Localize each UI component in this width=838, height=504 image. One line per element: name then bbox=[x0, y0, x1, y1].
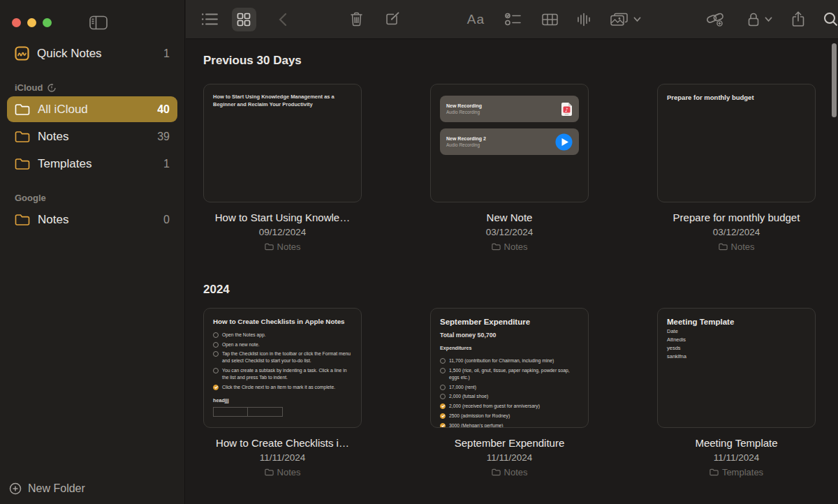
note-preview[interactable]: How to Create Checklists in Apple Notes … bbox=[203, 308, 362, 428]
note-folder: Notes bbox=[657, 242, 816, 252]
quick-notes-icon bbox=[15, 46, 29, 61]
audio-attachment[interactable]: New Recording Audio Recording ♪ bbox=[440, 96, 579, 122]
checkbox-circle-icon[interactable] bbox=[440, 385, 446, 390]
table-button[interactable] bbox=[542, 8, 558, 31]
new-folder-label: New Folder bbox=[28, 482, 85, 495]
scrollbar-thumb[interactable] bbox=[832, 43, 837, 117]
checklist-item-text: Tap the Checklist icon in the toolbar or… bbox=[222, 350, 352, 364]
checklist-item-text: 1,500 (rice, oil, gnut, tissue, paper na… bbox=[449, 367, 579, 381]
back-button[interactable] bbox=[279, 8, 287, 31]
checklist-item[interactable]: 1,500 (rice, oil, gnut, tissue, paper na… bbox=[440, 367, 579, 381]
note-folder-label: Templates bbox=[722, 467, 763, 477]
checklist-item-text: Open a new note. bbox=[222, 341, 260, 348]
sync-status-icon bbox=[47, 83, 57, 93]
checkbox-circle-icon[interactable] bbox=[440, 394, 446, 399]
note-title: September Expenditure bbox=[430, 437, 589, 449]
close-window-button[interactable] bbox=[12, 18, 21, 27]
sidebar-item-label: Notes bbox=[38, 130, 68, 144]
zoom-window-button[interactable] bbox=[43, 18, 52, 27]
preview-list-label: Expenditures bbox=[440, 345, 579, 351]
note-preview[interactable]: How to Start Using Knowledge Management … bbox=[203, 84, 362, 202]
checklist-item-checked[interactable]: 2500 (admission for Rodney) bbox=[440, 413, 579, 420]
note-preview[interactable]: Meeting Template Date Attnedis yesds san… bbox=[657, 308, 816, 428]
minimize-window-button[interactable] bbox=[27, 18, 36, 27]
note-caption: September Expenditure 11/11/2024 Notes bbox=[430, 437, 589, 477]
note-card-knowledge: How to Start Using Knowledge Management … bbox=[203, 84, 362, 252]
audio-transcription-icon[interactable] bbox=[577, 8, 591, 31]
checkbox-circle-icon[interactable] bbox=[440, 368, 446, 373]
note-card-new-note: New Recording Audio Recording ♪ bbox=[430, 84, 589, 252]
gallery-view-button[interactable] bbox=[232, 8, 256, 31]
note-preview[interactable]: September Expenditure Total money 50,700… bbox=[430, 308, 589, 428]
checklist-item[interactable]: You can create a subtask by indenting a … bbox=[213, 367, 352, 381]
add-link-button[interactable] bbox=[707, 8, 724, 31]
sidebar-item-label: All iCloud bbox=[38, 103, 88, 117]
checklist-item-text: 11,700 (contribution for Chairman, inclu… bbox=[449, 357, 554, 364]
checklist-item[interactable]: 2,000 (futsal shoe) bbox=[440, 393, 579, 400]
note-date: 03/12/2024 bbox=[430, 227, 589, 237]
checklist-button[interactable] bbox=[505, 8, 522, 31]
lock-note-button[interactable] bbox=[747, 8, 760, 31]
format-button[interactable]: Aa bbox=[467, 8, 485, 31]
sidebar-item-notes[interactable]: Notes 39 bbox=[7, 124, 177, 149]
preview-title: How to Create Checklists in Apple Notes bbox=[213, 318, 352, 327]
play-button-icon[interactable] bbox=[555, 133, 573, 151]
checklist: 11,700 (contribution for Chairman, inclu… bbox=[440, 357, 579, 428]
checkbox-checked-icon[interactable] bbox=[440, 413, 446, 419]
checklist-item-checked[interactable]: Click the Circle next to an item to mark… bbox=[213, 384, 352, 391]
preview-title: September Expenditure bbox=[440, 318, 579, 326]
note-caption: How to Start Using Knowle… 09/12/2024 No… bbox=[203, 212, 362, 252]
sidebar-item-all-icloud[interactable]: All iCloud 40 bbox=[7, 96, 177, 122]
folder-icon bbox=[15, 103, 30, 116]
checklist: Open the Notes app. Open a new note. Tap… bbox=[213, 332, 352, 391]
note-count: 39 bbox=[157, 131, 170, 143]
checklist-item-checked[interactable]: 2,000 (received from guest for anniversa… bbox=[440, 403, 579, 410]
checkbox-circle-icon[interactable] bbox=[440, 358, 446, 364]
lock-menu-chevron-icon[interactable] bbox=[765, 8, 772, 31]
delete-note-button[interactable] bbox=[350, 8, 363, 31]
media-menu-chevron-icon[interactable] bbox=[633, 8, 641, 31]
note-folder-label: Notes bbox=[277, 467, 301, 477]
checkbox-circle-icon[interactable] bbox=[213, 332, 219, 338]
checkbox-circle-icon[interactable] bbox=[213, 368, 219, 373]
notes-gallery: Previous 30 Days How to Start Using Know… bbox=[186, 39, 838, 504]
checkbox-checked-icon[interactable] bbox=[213, 385, 219, 390]
note-preview[interactable]: New Recording Audio Recording ♪ bbox=[430, 84, 589, 202]
checkbox-circle-icon[interactable] bbox=[213, 351, 219, 357]
note-title: Prepare for monthly budget bbox=[657, 212, 816, 223]
checkbox-checked-icon[interactable] bbox=[440, 423, 446, 428]
toggle-sidebar-icon[interactable] bbox=[89, 15, 108, 30]
insert-media-button[interactable] bbox=[610, 8, 628, 31]
checklist-item-checked[interactable]: 3000 (Mehgan's perfume) bbox=[440, 422, 579, 428]
note-count: 1 bbox=[163, 158, 170, 170]
checklist-item[interactable]: Open a new note. bbox=[213, 341, 352, 348]
section-header-label: Google bbox=[15, 193, 46, 203]
checklist-item-text: Open the Notes app. bbox=[222, 332, 266, 339]
checkbox-checked-icon[interactable] bbox=[440, 403, 446, 409]
checklist-item[interactable]: 11,700 (contribution for Chairman, inclu… bbox=[440, 357, 579, 364]
sidebar-item-templates[interactable]: Templates 1 bbox=[7, 151, 177, 177]
checklist-item[interactable]: Open the Notes app. bbox=[213, 332, 352, 339]
checklist-item-text: 3000 (Mehgan's perfume) bbox=[449, 422, 503, 428]
folder-icon bbox=[15, 214, 30, 226]
new-folder-button[interactable]: New Folder bbox=[0, 482, 184, 504]
checklist-item[interactable]: Tap the Checklist icon in the toolbar or… bbox=[213, 350, 352, 364]
checkbox-circle-icon[interactable] bbox=[213, 342, 219, 348]
list-view-button[interactable] bbox=[201, 8, 218, 31]
preview-line: yesds bbox=[667, 344, 806, 353]
checklist-item[interactable]: 17,000 (rent) bbox=[440, 384, 579, 391]
note-preview[interactable]: Prepare for monthly budget bbox=[657, 84, 816, 202]
sidebar-item-quick-notes[interactable]: Quick Notes 1 bbox=[7, 40, 177, 66]
preview-total-line: Total money 50,700 bbox=[440, 332, 579, 339]
share-button[interactable] bbox=[791, 8, 805, 31]
note-date: 03/12/2024 bbox=[657, 227, 816, 237]
audio-attachment[interactable]: New Recording 2 Audio Recording bbox=[440, 128, 579, 155]
note-card-row: How to Start Using Knowledge Management … bbox=[203, 84, 838, 252]
search-icon[interactable] bbox=[823, 8, 838, 31]
preview-line: sanklfna bbox=[667, 353, 806, 361]
compose-note-button[interactable] bbox=[385, 8, 401, 31]
sidebar-item-google-notes[interactable]: Notes 0 bbox=[7, 207, 177, 232]
note-card-row: How to Create Checklists in Apple Notes … bbox=[203, 308, 838, 477]
embedded-table bbox=[213, 407, 352, 417]
svg-text:♪: ♪ bbox=[565, 106, 568, 112]
